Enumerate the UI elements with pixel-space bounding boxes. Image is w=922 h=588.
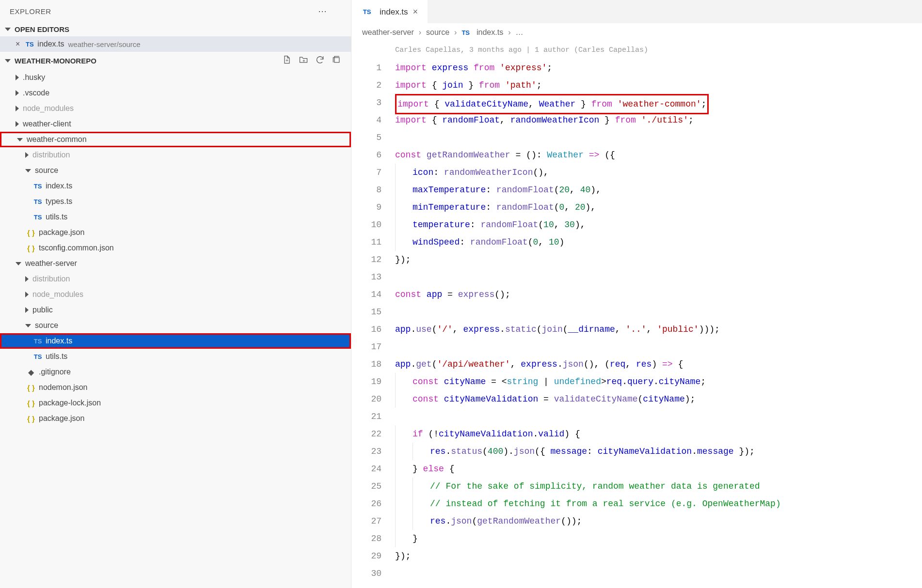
folder-item[interactable]: node_modules [0,101,351,116]
collapse-all-icon[interactable] [332,55,341,67]
code-line[interactable]: // For the sake of simplicity, random we… [395,478,922,495]
item-label: distribution [32,151,70,159]
code-line[interactable] [395,565,922,582]
chevron-down-icon [5,28,11,31]
item-label: distribution [32,275,70,283]
close-icon[interactable]: × [413,7,418,17]
folder-item[interactable]: distribution [0,271,351,287]
code-line[interactable]: maxTemperature: randomFloat(20, 40), [395,181,922,199]
file-item[interactable]: TStypes.ts [0,194,351,209]
item-label: weather-server [25,259,77,268]
ts-icon: TS [32,198,44,205]
folder-item[interactable]: node_modules [0,287,351,302]
breadcrumb-part[interactable]: … [515,28,523,37]
item-label: types.ts [46,197,72,206]
code-line[interactable]: app.get('/api/weather', express.json(), … [395,356,922,373]
folder-item[interactable]: public [0,302,351,318]
folder-item[interactable]: source [0,163,351,178]
code-line[interactable]: app.use('/', express.static(join(__dirna… [395,321,922,338]
open-editors-section[interactable]: OPEN EDITORS [0,22,351,36]
new-file-icon[interactable] [282,55,292,67]
breadcrumb-part[interactable]: source [426,28,449,37]
breadcrumb-part[interactable]: weather-server [362,28,414,37]
tab-bar: TS index.ts × [351,0,922,23]
ts-icon: TS [24,41,35,48]
folder-item[interactable]: weather-server [0,256,351,271]
chevron-right-icon [16,90,19,96]
chevron-right-icon [16,75,19,80]
file-item[interactable]: TSindex.ts [0,333,351,349]
open-editors-label: OPEN EDITORS [15,25,69,33]
json-icon: { } [25,244,37,252]
folder-item[interactable]: .vscode [0,85,351,101]
refresh-icon[interactable] [315,55,325,67]
file-path: weather-server/source [68,40,140,48]
code-line[interactable]: }); [395,547,922,565]
code-line[interactable]: temperature: randomFloat(10, 30), [395,216,922,233]
code-line[interactable]: const cityNameValidation = validateCityN… [395,390,922,408]
code-line[interactable] [395,303,922,321]
git-blame-annotation: Carles Capellas, 3 months ago | 1 author… [395,42,922,59]
ts-icon: TS [32,353,44,360]
folder-item[interactable]: distribution [0,147,351,163]
file-item[interactable]: { }package-lock.json [0,395,351,411]
folder-item[interactable]: .husky [0,70,351,85]
code-line[interactable] [395,408,922,425]
chevron-right-icon [25,152,29,158]
workspace-section[interactable]: WEATHER-MONOREPO [0,52,351,70]
item-label: source [35,166,58,175]
code-line[interactable]: minTemperature: randomFloat(0, 20), [395,199,922,216]
code-line[interactable]: const app = express(); [395,286,922,303]
file-item[interactable]: { }package.json [0,411,351,426]
code-line[interactable]: icon: randomWeatherIcon(), [395,164,922,181]
folder-item[interactable]: weather-client [0,116,351,132]
file-item[interactable]: { }package.json [0,225,351,240]
explorer-header: EXPLORER ⋯ [0,0,351,22]
code-line[interactable]: import express from 'express'; [395,59,922,77]
file-item[interactable]: { }nodemon.json [0,380,351,395]
open-editor-item[interactable]: × TS index.ts weather-server/source [0,36,351,52]
file-item[interactable]: ◆.gitignore [0,364,351,380]
chevron-right-icon: › [454,28,457,37]
item-label: utils.ts [46,352,67,361]
code-line[interactable]: import { randomFloat, randomWeatherIcon … [395,111,922,129]
item-label: index.ts [46,337,72,345]
code-line[interactable]: } else { [395,460,922,478]
item-label: node_modules [32,290,83,299]
chevron-down-icon [25,324,31,327]
more-actions-icon[interactable]: ⋯ [303,6,342,16]
code-line[interactable]: // instead of fetching it from a real se… [395,495,922,512]
new-folder-icon[interactable] [299,55,308,67]
file-name: index.ts [37,40,64,48]
tab-index-ts[interactable]: TS index.ts × [351,0,428,23]
code-line[interactable] [395,129,922,146]
close-icon[interactable]: × [16,40,20,48]
file-item[interactable]: TSutils.ts [0,349,351,364]
code-line[interactable]: }); [395,251,922,268]
chevron-right-icon: › [508,28,510,37]
code-line[interactable]: res.json(getRandomWeather()); [395,512,922,530]
breadcrumb-part[interactable]: index.ts [477,28,503,37]
chevron-right-icon [25,276,29,282]
code-line[interactable]: res.status(400).json({ message: cityName… [395,443,922,460]
file-item[interactable]: TSutils.ts [0,209,351,225]
breadcrumb[interactable]: weather-server › source › TS index.ts › … [351,23,922,42]
code-line[interactable]: if (!cityNameValidation.valid) { [395,425,922,443]
chevron-down-icon [5,59,11,62]
chevron-down-icon [16,262,21,265]
folder-item[interactable]: weather-common [0,132,351,147]
file-item[interactable]: TSindex.ts [0,178,351,194]
file-item[interactable]: { }tsconfig.common.json [0,240,351,256]
folder-item[interactable]: source [0,318,351,333]
code-line[interactable] [395,338,922,356]
code-line[interactable]: const getRandomWeather = (): Weather => … [395,146,922,164]
code-line[interactable]: const cityName = <string | undefined>req… [395,373,922,390]
code-line[interactable]: windSpeed: randomFloat(0, 10) [395,233,922,251]
code-line[interactable]: import { validateCityName, Weather } fro… [395,94,922,111]
code-content[interactable]: Carles Capellas, 3 months ago | 1 author… [395,42,922,588]
code-line[interactable]: } [395,530,922,547]
item-label: .vscode [23,89,49,97]
code-editor[interactable]: 1234567891011121314151617181920212223242… [351,42,922,588]
code-line[interactable] [395,268,922,286]
code-line[interactable]: import { join } from 'path'; [395,77,922,94]
